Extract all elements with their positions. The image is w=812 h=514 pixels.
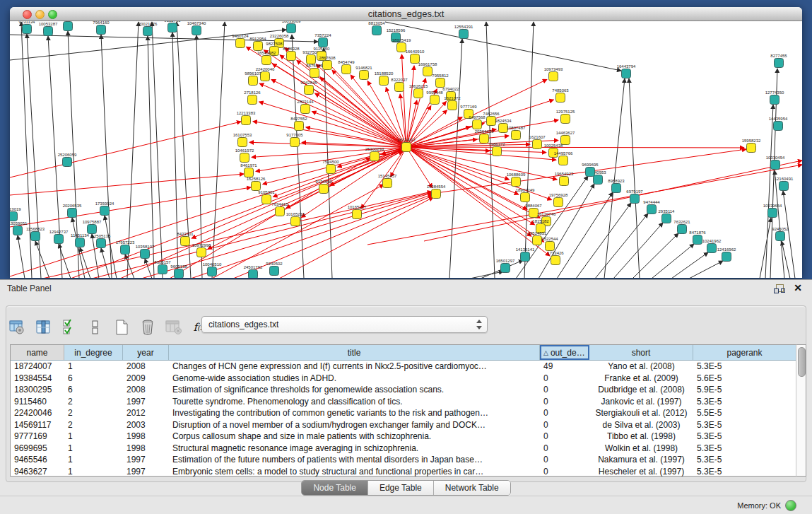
column-header-name[interactable]: name bbox=[11, 345, 64, 360]
table-row[interactable]: 977716911998Corpus callosum shape and si… bbox=[11, 431, 805, 443]
cell-pagerank[interactable]: 5.3E-5 bbox=[693, 361, 796, 373]
cell-year[interactable]: 1997 bbox=[123, 454, 169, 466]
cell-in_degree[interactable]: 2 bbox=[64, 419, 123, 431]
cell-name[interactable]: 14569117 bbox=[11, 419, 64, 431]
cell-out_de[interactable]: 0 bbox=[540, 466, 589, 478]
cell-short[interactable]: Franke et al. (2009) bbox=[589, 373, 693, 385]
cell-short[interactable]: Tibbo et al. (1998) bbox=[589, 431, 693, 443]
cell-name[interactable]: 9465546 bbox=[11, 454, 64, 466]
column-header-pagerank[interactable]: pagerank bbox=[693, 345, 796, 360]
column-header-in_degree[interactable]: in_degree bbox=[64, 345, 123, 360]
table-vertical-scrollbar[interactable] bbox=[796, 344, 806, 477]
cell-title[interactable]: Changes of HCN gene expression and I(f) … bbox=[169, 361, 540, 373]
cell-year[interactable]: 1997 bbox=[123, 466, 169, 478]
table-row[interactable]: 946554611997Estimation of the future num… bbox=[11, 454, 805, 466]
float-panel-icon[interactable] bbox=[774, 284, 784, 293]
cell-pagerank[interactable]: 5.9E-5 bbox=[693, 384, 796, 396]
node-table[interactable]: namein_degreeyeartitle△out_de…shortpager… bbox=[10, 344, 806, 477]
close-panel-icon[interactable]: ✕ bbox=[794, 282, 802, 293]
cell-pagerank[interactable]: 5.3E-5 bbox=[693, 443, 796, 455]
cell-in_degree[interactable]: 1 bbox=[64, 443, 123, 455]
tab-edge-table[interactable]: Edge Table bbox=[368, 481, 434, 495]
network-canvas[interactable]: 9231134100532871527660279641602002107691… bbox=[10, 21, 802, 278]
cell-in_degree[interactable]: 1 bbox=[64, 454, 123, 466]
column-header-out_de[interactable]: △out_de… bbox=[540, 345, 589, 360]
cell-name[interactable]: 22420046 bbox=[11, 407, 64, 419]
table-select-dropdown[interactable]: citations_edges.txt bbox=[201, 316, 488, 333]
cell-pagerank[interactable]: 5.3E-5 bbox=[693, 396, 796, 408]
cell-name[interactable]: 9463627 bbox=[11, 466, 64, 478]
table-options-icon[interactable] bbox=[8, 318, 26, 337]
cell-short[interactable]: Stergiakouli et al. (2012) bbox=[589, 407, 693, 419]
table-row[interactable]: 1872400712008Changes of HCN gene express… bbox=[11, 361, 805, 373]
cell-name[interactable]: 9115460 bbox=[11, 396, 64, 408]
cell-out_de[interactable]: 0 bbox=[540, 384, 589, 396]
cell-pagerank[interactable]: 5.3E-5 bbox=[693, 419, 796, 431]
table-row[interactable]: 911546021997Tourette syndrome. Phenomeno… bbox=[11, 396, 805, 408]
cell-year[interactable]: 2008 bbox=[123, 361, 169, 373]
cell-in_degree[interactable]: 6 bbox=[64, 373, 123, 385]
cell-year[interactable]: 1998 bbox=[123, 443, 169, 455]
table-row[interactable]: 1456911722003Disruption of a novel membe… bbox=[11, 419, 805, 431]
cell-name[interactable]: 19384554 bbox=[11, 373, 64, 385]
column-header-title[interactable]: title bbox=[169, 345, 540, 360]
cell-title[interactable]: Estimation of the future numbers of pati… bbox=[169, 454, 540, 466]
cell-in_degree[interactable]: 2 bbox=[64, 407, 123, 419]
cell-out_de[interactable]: 0 bbox=[540, 431, 589, 443]
cell-short[interactable]: Nakamura et al. (1997) bbox=[589, 454, 693, 466]
cell-title[interactable]: Structural magnetic resonance image aver… bbox=[169, 443, 540, 455]
table-row[interactable]: 1830029562008Estimation of significance … bbox=[11, 384, 805, 396]
table-row[interactable]: 946362711997Embryonic stem cells: a mode… bbox=[11, 466, 805, 478]
cell-short[interactable]: Dudbridge et al. (2008) bbox=[589, 384, 693, 396]
cell-title[interactable]: Estimation of significance thresholds fo… bbox=[169, 384, 540, 396]
cell-out_de[interactable]: 0 bbox=[540, 454, 589, 466]
scrollbar-thumb[interactable] bbox=[798, 347, 806, 377]
cell-pagerank[interactable]: 5.3E-5 bbox=[693, 431, 796, 443]
cell-title[interactable]: Embryonic stem cells: a model to study s… bbox=[169, 466, 540, 478]
cell-name[interactable]: 9777169 bbox=[11, 431, 64, 443]
cell-year[interactable]: 2012 bbox=[123, 407, 169, 419]
cell-title[interactable]: Corpus callosum shape and size in male p… bbox=[169, 431, 540, 443]
cell-year[interactable]: 1997 bbox=[123, 396, 169, 408]
cell-pagerank[interactable]: 5.5E-5 bbox=[693, 407, 796, 419]
cell-title[interactable]: Investigating the contribution of common… bbox=[169, 407, 540, 419]
cell-out_de[interactable]: 0 bbox=[540, 396, 589, 408]
table-body[interactable]: 1872400712008Changes of HCN gene express… bbox=[11, 361, 805, 477]
column-header-short[interactable]: short bbox=[589, 345, 693, 360]
cell-name[interactable]: 18300295 bbox=[11, 384, 64, 396]
cell-in_degree[interactable]: 1 bbox=[64, 431, 123, 443]
cell-in_degree[interactable]: 2 bbox=[64, 396, 123, 408]
cell-in_degree[interactable]: 1 bbox=[64, 361, 123, 373]
table-row[interactable]: 969969511998Structural magnetic resonanc… bbox=[11, 443, 805, 455]
table-row[interactable]: 1938455462009Genome-wide association stu… bbox=[11, 373, 805, 385]
cell-title[interactable]: Tourette syndrome. Phenomenology and cla… bbox=[169, 396, 540, 408]
cell-pagerank[interactable]: 5.3E-5 bbox=[693, 454, 796, 466]
table-header-row[interactable]: namein_degreeyeartitle△out_de…shortpager… bbox=[11, 345, 805, 361]
tab-node-table[interactable]: Node Table bbox=[302, 481, 368, 495]
cell-title[interactable]: Genome-wide association studies in ADHD. bbox=[169, 373, 540, 385]
cell-out_de[interactable]: 49 bbox=[540, 361, 589, 373]
row-tools-icon[interactable] bbox=[86, 318, 105, 337]
cell-name[interactable]: 18724007 bbox=[11, 361, 64, 373]
cell-in_degree[interactable]: 1 bbox=[64, 466, 123, 478]
cell-year[interactable]: 2008 bbox=[123, 384, 169, 396]
cell-out_de[interactable]: 0 bbox=[540, 407, 589, 419]
cell-short[interactable]: Hescheler et al. (1997) bbox=[589, 466, 693, 478]
cell-in_degree[interactable]: 6 bbox=[64, 384, 123, 396]
cell-short[interactable]: Jankovic et al. (1997) bbox=[589, 396, 693, 408]
cell-title[interactable]: Disruption of a novel member of a sodium… bbox=[169, 419, 540, 431]
cell-out_de[interactable]: 0 bbox=[540, 419, 589, 431]
window-titlebar[interactable]: citations_edges.txt bbox=[10, 7, 802, 21]
cell-name[interactable]: 9699695 bbox=[11, 443, 64, 455]
cell-year[interactable]: 1998 bbox=[123, 431, 169, 443]
cell-out_de[interactable]: 0 bbox=[540, 443, 589, 455]
cell-out_de[interactable]: 0 bbox=[540, 373, 589, 385]
column-header-year[interactable]: year bbox=[123, 345, 169, 360]
cell-year[interactable]: 2003 bbox=[123, 419, 169, 431]
select-rows-icon[interactable] bbox=[60, 318, 78, 337]
tab-network-table[interactable]: Network Table bbox=[434, 481, 510, 495]
cell-short[interactable]: Yano et al. (2008) bbox=[589, 361, 693, 373]
cell-pagerank[interactable]: 5.6E-5 bbox=[693, 373, 796, 385]
table-row[interactable]: 2242004622012Investigating the contribut… bbox=[11, 407, 805, 419]
citation-network-graph[interactable]: 9231134100532871527660279641602002107691… bbox=[10, 21, 802, 278]
